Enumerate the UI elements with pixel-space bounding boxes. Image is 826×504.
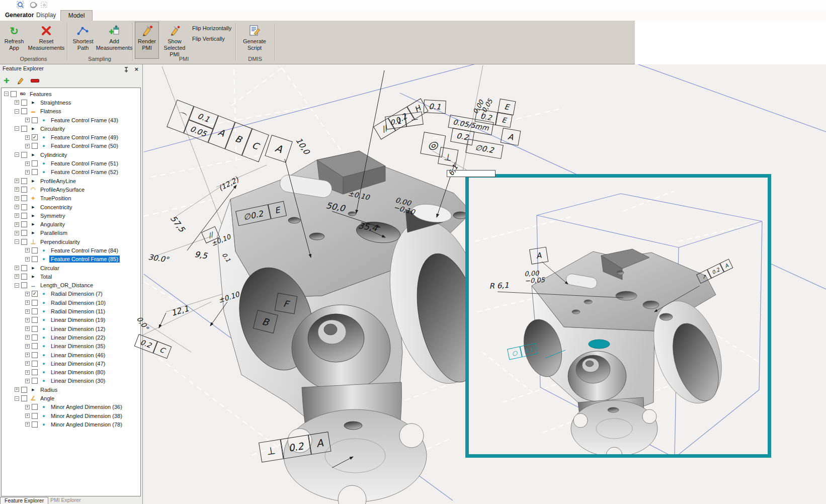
tab-display[interactable]: Display [31,10,61,21]
tree-expand-toggle[interactable]: − [15,152,19,157]
tab-pmi-explorer[interactable]: PMI Explorer [46,497,85,504]
add-measurements-button[interactable]: Add Measurements [97,22,132,58]
tree-checkbox[interactable] [32,352,38,358]
highlighted-hole[interactable] [589,340,610,349]
tree-expand-toggle[interactable]: + [25,422,30,427]
tree-checkbox[interactable] [21,239,27,245]
fcf-flatness[interactable]: 0.1 [424,100,446,114]
tree-item[interactable]: −⊥Perpendicularity [2,237,140,246]
tree-expand-toggle[interactable]: + [15,213,19,218]
tree-checkbox[interactable] [21,221,27,227]
tree-checkbox[interactable] [21,230,27,236]
fcf-perpendicularity-symbol[interactable]: ⊥ [438,147,458,167]
tree-expand-toggle[interactable]: + [25,413,30,418]
tree-item[interactable]: +●Linear Dimension (35) [2,342,140,351]
tree-item[interactable]: +▶Straightness [2,98,140,107]
tree-checkbox[interactable] [32,317,38,323]
tree-item[interactable]: +▶Parallelism [2,229,140,237]
tree-checkbox[interactable] [32,378,38,384]
tree-expand-toggle[interactable]: + [15,100,19,105]
tree-expand-toggle[interactable]: + [25,335,30,340]
tree-checkbox[interactable] [11,91,17,97]
tree-item[interactable]: +▶Angularity [2,220,140,228]
tree-checkbox[interactable] [21,204,27,210]
tree-checkbox[interactable] [21,195,27,201]
tree-expand-toggle[interactable]: − [15,109,19,114]
tree-checkbox[interactable] [21,274,27,280]
tree-checkbox[interactable] [32,422,38,428]
tree-item[interactable]: +▶Radius [2,385,140,394]
tree-expand-toggle[interactable]: + [25,361,30,366]
tree-item[interactable]: +●Linear Dimension (80) [2,368,140,377]
tree-checkbox[interactable] [21,282,27,288]
tree-item[interactable]: −▶Circularity [2,124,140,133]
tree-expand-toggle[interactable]: + [15,387,19,392]
tree-item[interactable]: +●Linear Dimension (47) [2,359,140,368]
datum-box-e[interactable]: E [498,99,516,115]
tree-checkbox[interactable]: ✓ [32,291,38,297]
tree-expand-toggle[interactable]: + [25,170,30,175]
tree-checkbox[interactable] [32,334,38,341]
tree-item[interactable]: +●Linear Dimension (22) [2,333,140,342]
tree-item[interactable]: +●Feature Control Frame (51) [2,159,140,167]
tree-item[interactable]: +⌖TruePosition [2,194,140,203]
tree-checkbox[interactable] [32,300,38,306]
tree-expand-toggle[interactable]: + [15,231,19,235]
tree-checkbox[interactable] [32,308,38,314]
tree-expand-toggle[interactable]: + [25,248,30,253]
tree-item[interactable]: −↔Length_OR_Distance [2,281,140,290]
tree-expand-toggle[interactable]: + [25,257,30,262]
tree-item[interactable]: +●Minor Angled Dimension (78) [2,420,140,429]
tree-checkbox[interactable] [32,361,38,367]
tree-expand-toggle[interactable]: + [25,135,30,140]
tree-item[interactable]: +●Linear Dimension (12) [2,324,140,333]
remove-feature-button[interactable] [30,76,39,85]
tree-item[interactable]: +●Linear Dimension (30) [2,377,140,385]
tree-expand-toggle[interactable]: + [25,309,30,314]
pmi-render-inset-window[interactable] [465,174,771,458]
render-pmi-button[interactable]: Render PMI [135,22,159,59]
tree-checkbox[interactable] [21,395,27,401]
zoom-region-icon[interactable] [17,1,25,9]
tree-checkbox[interactable] [32,160,38,166]
tree-expand-toggle[interactable]: − [4,92,9,96]
tree-item[interactable]: −▶Cylindricity [2,150,140,159]
tree-item[interactable]: +●Radial Dimension (11) [2,307,140,315]
tree-expand-toggle[interactable]: + [25,379,30,383]
tree-item[interactable]: +●Linear Dimension (46) [2,351,140,359]
tree-expand-toggle[interactable]: + [25,300,30,305]
shortest-path-button[interactable]: Shortest Path [69,22,97,58]
tree-checkbox[interactable] [21,187,27,193]
tree-expand-toggle[interactable]: + [15,196,19,201]
tree-item[interactable]: +●Linear Dimension (19) [2,316,140,324]
tree-expand-toggle[interactable]: − [15,126,19,131]
tree-checkbox[interactable] [32,247,38,254]
datum-box-a[interactable]: A [501,128,521,146]
tree-checkbox[interactable] [21,100,27,106]
add-feature-button[interactable]: + [2,76,11,85]
tree-expand-toggle[interactable]: + [25,353,30,357]
tree-checkbox[interactable] [32,413,38,419]
tree-expand-toggle[interactable]: + [15,205,19,209]
tree-checkbox[interactable] [32,369,38,375]
flip-horizontally-button[interactable]: Flip Horizontally [192,24,231,33]
tree-item[interactable]: +▶Circular [2,264,140,272]
tab-model[interactable]: Model [60,10,93,21]
dimension-label[interactable]: 9,5 [194,249,208,261]
tree-checkbox[interactable] [21,178,27,184]
refresh-app-button[interactable]: ↻ Refresh App [1,22,27,58]
tree-checkbox[interactable]: ✓ [32,134,38,140]
close-icon[interactable]: × [134,65,138,73]
inset-tolerance-stack[interactable]: 0,00 −0,05 [524,270,545,284]
flip-vertically-button[interactable]: Flip Vertically [192,34,225,43]
tree-checkbox[interactable] [21,387,27,393]
tree-checkbox[interactable] [32,326,38,332]
tree-item[interactable]: −∠Angle [2,394,140,402]
datum-flag-f[interactable]: F [275,293,298,314]
tree-checkbox[interactable] [32,343,38,349]
tree-checkbox[interactable] [32,256,38,262]
tree-expand-toggle[interactable]: + [25,118,30,122]
tree-expand-toggle[interactable]: + [25,344,30,349]
tree-item[interactable]: +●Minor Angled Dimension (36) [2,403,140,411]
tree-item[interactable]: +●Radial Dimension (10) [2,298,140,307]
